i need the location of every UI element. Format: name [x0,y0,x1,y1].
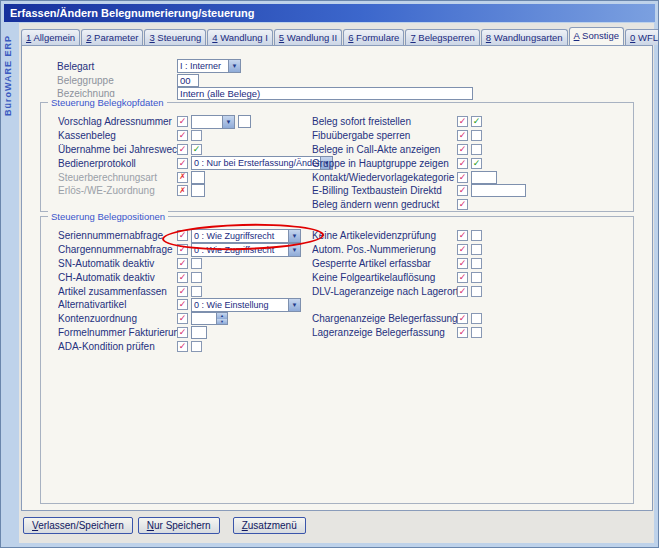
flag-checkbox[interactable]: ✓ [457,258,468,269]
tab-5-wandlung-ii[interactable]: 5 Wandlung II [274,29,342,45]
flag-checkbox[interactable]: ✓ [457,116,468,127]
tab-a-sonstige[interactable]: A Sonstige [569,27,624,45]
flag-checkbox[interactable]: ✓ [457,144,468,155]
flag-checkbox[interactable]: ✓ [177,258,188,269]
dropdown-seriennummernabfrage[interactable]: 0 : Wie Zugriffsrecht▼ [191,229,301,243]
value-checkbox[interactable] [471,258,482,269]
value-checkbox[interactable] [471,313,482,324]
belegart-dropdown-value: I : Interner [178,60,228,72]
tab-2-parameter[interactable]: 2 Parameter [81,29,143,45]
dropdown-alternativartikel[interactable]: 0 : Wie Einstellung▼ [191,298,301,312]
flag-checkbox[interactable]: ✓ [177,286,188,297]
flag-checkbox[interactable]: ✓ [457,272,468,283]
flag-checkbox[interactable]: ✓ [457,230,468,241]
flag-checkbox[interactable]: ✓ [177,272,188,283]
flag-checkbox[interactable]: ✓ [457,185,468,196]
form-row: Gruppe in Hauptgruppe zeigen✓✓ [312,156,627,170]
field-label: DLV-Lageranzeige nach Lagerort [312,286,457,297]
value-checkbox[interactable] [471,286,482,297]
tab-8-wandlungsarten[interactable]: 8 Wandlungsarten [481,29,568,45]
nur-speichern-button[interactable]: Nur Speichern [138,517,220,534]
flag-checkbox[interactable]: ✓ [177,244,188,255]
zusatzmen-button[interactable]: Zusatzmenü [233,517,306,534]
dropdown-value: 0 : Wie Zugriffsrecht [192,230,288,242]
value-checkbox[interactable] [471,230,482,241]
flag-checkbox[interactable]: ✓ [177,341,188,352]
field-label: Vorschlag Adressnummer [58,116,177,127]
dropdown-arrow-icon[interactable]: ▼ [228,60,240,72]
value-checkbox[interactable] [471,327,482,338]
beleggruppe-field[interactable]: 00 [177,74,199,87]
tab-label: 8 Wandlungsarten [486,32,563,43]
field-label: Gesperrte Artikel erfassbar [312,258,457,269]
form-row: Keine Folgeartikelauflösung✓ [312,270,627,284]
spinner-buttons[interactable]: ▲▼ [217,312,228,325]
flag-checkbox[interactable]: ✓ [177,116,188,127]
value-checkbox[interactable]: ✓ [471,158,482,169]
flag-checkbox[interactable]: ✓ [177,327,188,338]
spinner-down-icon[interactable]: ▼ [217,319,227,325]
tab-6-formulare[interactable]: 6 Formulare [343,29,404,45]
dropdown-arrow-icon[interactable]: ▼ [288,230,300,242]
tab-0-wfl-tb[interactable]: 0 WFL/TB [625,29,659,45]
value-checkbox[interactable] [471,144,482,155]
value-checkbox[interactable] [191,286,202,297]
text-field-kontakt-wiedervorlagekategorie[interactable] [471,171,497,184]
extra-field[interactable] [238,115,251,128]
flag-checkbox[interactable]: ✓ [457,130,468,141]
flag-checkbox[interactable]: ✓ [177,299,188,310]
flag-checkbox[interactable]: ✓ [457,327,468,338]
flag-checkbox-disabled[interactable]: ✗ [177,172,188,183]
app-window: Erfassen/Ändern Belegnumerierung/steueru… [0,0,659,548]
verlassen-speichern-button[interactable]: Verlassen/Speichern [23,517,133,534]
flag-checkbox[interactable]: ✓ [177,130,188,141]
belegart-dropdown[interactable]: I : Interner ▼ [177,59,241,73]
value-checkbox[interactable]: ✓ [191,144,202,155]
tab-label: 0 WFL/TB [630,32,659,43]
value-checkbox[interactable] [471,130,482,141]
flag-checkbox[interactable]: ✓ [457,158,468,169]
flag-checkbox[interactable]: ✓ [457,286,468,297]
flag-checkbox[interactable]: ✓ [177,230,188,241]
tab-4-wandlung-i[interactable]: 4 Wandlung I [207,29,273,45]
value-checkbox[interactable]: ✓ [471,116,482,127]
beleggruppe-row: Beleggruppe 00 [57,73,199,87]
flag-checkbox-disabled[interactable]: ✗ [177,185,188,196]
value-checkbox[interactable] [191,258,202,269]
flag-checkbox[interactable]: ✓ [457,313,468,324]
field-label: Übernahme bei Jahreswechsel [58,144,177,155]
flag-checkbox[interactable]: ✓ [177,158,188,169]
dropdown-arrow-icon[interactable]: ▼ [288,244,300,256]
window-body: 1 Allgemein2 Parameter3 Steuerung4 Wandl… [19,23,654,543]
tab-3-steuerung[interactable]: 3 Steuerung [144,29,206,45]
form-row: Beleg sofort freistellen✓✓ [312,115,627,129]
dropdown-chargennummernabfrage[interactable]: 0 : Wie Zugriffsrecht▼ [191,243,301,257]
bezeichnung-field[interactable]: Intern (alle Belege) [177,87,473,100]
dropdown-vorschlag-adressnummer[interactable]: ▼ [191,115,235,129]
flag-checkbox[interactable]: ✓ [457,199,468,210]
text-field-e-billing-textbaustein-direktd[interactable] [471,184,526,197]
text-field-formelnummer-fakturierung[interactable] [191,326,207,339]
flag-checkbox[interactable]: ✓ [177,144,188,155]
flag-checkbox[interactable]: ✓ [177,313,188,324]
dropdown-arrow-icon[interactable]: ▼ [222,116,234,128]
value-checkbox[interactable] [191,272,202,283]
text-field-steuerberechnungsart[interactable] [191,171,205,184]
dropdown-arrow-icon[interactable]: ▼ [288,299,300,311]
form-row: Fibuübergabe sperren✓ [312,129,627,143]
field-label: E-Billing Textbaustein Direktd [312,185,457,196]
tab-label: 2 Parameter [86,32,138,43]
dropdown-value: 0 : Nur bei Ersterfassung/Änderung [192,157,320,169]
tab-7-belegsperren[interactable]: 7 Belegsperren [405,29,479,45]
flag-checkbox[interactable]: ✓ [457,244,468,255]
tab-1-allgemein[interactable]: 1 Allgemein [21,29,80,45]
field-label: Belege in Call-Akte anzeigen [312,144,457,155]
flag-checkbox[interactable]: ✓ [457,172,468,183]
text-field-erl-s-we-zuordnung[interactable] [191,184,205,197]
value-checkbox[interactable] [191,341,202,352]
value-checkbox[interactable] [471,272,482,283]
value-checkbox[interactable] [471,244,482,255]
spinner-field[interactable] [191,312,217,325]
value-checkbox[interactable] [191,130,202,141]
tab-label: 5 Wandlung II [279,32,337,43]
